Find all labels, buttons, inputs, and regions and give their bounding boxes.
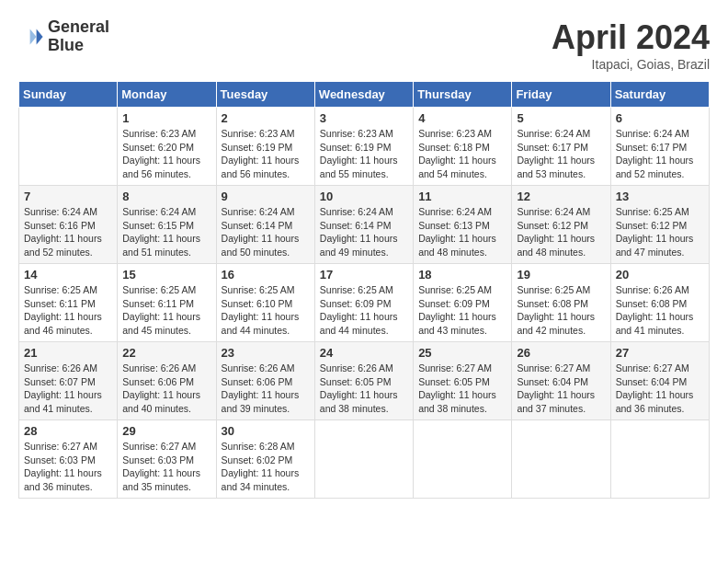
weekday-header-row: SundayMondayTuesdayWednesdayThursdayFrid… (19, 82, 710, 108)
day-number: 10 (320, 190, 408, 203)
calendar-cell (314, 420, 413, 499)
calendar-cell: 3Sunrise: 6:23 AMSunset: 6:19 PMDaylight… (314, 108, 413, 186)
calendar-cell: 2Sunrise: 6:23 AMSunset: 6:19 PMDaylight… (216, 108, 314, 186)
svg-marker-1 (30, 29, 37, 44)
logo-icon (18, 24, 44, 50)
day-number: 23 (222, 346, 310, 360)
week-row-4: 21Sunrise: 6:26 AMSunset: 6:07 PMDayligh… (19, 342, 710, 420)
page-header: General Blue April 2024 Itapaci, Goias, … (18, 18, 710, 72)
day-info: Sunrise: 6:26 AMSunset: 6:07 PMDaylight:… (24, 362, 112, 416)
day-number: 15 (122, 268, 210, 282)
title-block: April 2024 Itapaci, Goias, Brazil (552, 18, 710, 72)
day-info: Sunrise: 6:24 AMSunset: 6:13 PMDaylight:… (418, 205, 506, 259)
weekday-header-tuesday: Tuesday (216, 82, 314, 108)
calendar-cell: 9Sunrise: 6:24 AMSunset: 6:14 PMDaylight… (216, 186, 314, 264)
week-row-1: 1Sunrise: 6:23 AMSunset: 6:20 PMDaylight… (19, 108, 710, 186)
day-number: 18 (418, 268, 506, 282)
week-row-5: 28Sunrise: 6:27 AMSunset: 6:03 PMDayligh… (19, 420, 710, 499)
calendar-cell: 6Sunrise: 6:24 AMSunset: 6:17 PMDaylight… (610, 108, 709, 186)
day-number: 28 (24, 424, 112, 438)
day-number: 9 (222, 190, 310, 203)
week-row-2: 7Sunrise: 6:24 AMSunset: 6:16 PMDaylight… (19, 186, 710, 264)
day-info: Sunrise: 6:24 AMSunset: 6:17 PMDaylight:… (517, 127, 605, 181)
calendar-cell: 1Sunrise: 6:23 AMSunset: 6:20 PMDaylight… (118, 108, 216, 186)
calendar-cell: 27Sunrise: 6:27 AMSunset: 6:04 PMDayligh… (610, 342, 709, 420)
day-number: 25 (418, 346, 506, 360)
calendar-cell: 28Sunrise: 6:27 AMSunset: 6:03 PMDayligh… (19, 420, 118, 499)
calendar-cell: 20Sunrise: 6:26 AMSunset: 6:08 PMDayligh… (610, 264, 709, 342)
calendar-cell: 19Sunrise: 6:25 AMSunset: 6:08 PMDayligh… (512, 264, 610, 342)
calendar-cell (414, 420, 512, 499)
logo-line1: General (48, 18, 109, 37)
day-number: 4 (418, 111, 506, 125)
day-info: Sunrise: 6:24 AMSunset: 6:14 PMDaylight:… (222, 205, 310, 259)
weekday-header-friday: Friday (512, 82, 610, 108)
calendar-table: SundayMondayTuesdayWednesdayThursdayFrid… (18, 81, 710, 499)
logo-line2: Blue (48, 37, 109, 55)
calendar-cell: 23Sunrise: 6:26 AMSunset: 6:06 PMDayligh… (216, 342, 314, 420)
day-info: Sunrise: 6:24 AMSunset: 6:16 PMDaylight:… (24, 205, 112, 259)
day-info: Sunrise: 6:24 AMSunset: 6:12 PMDaylight:… (517, 205, 605, 259)
day-info: Sunrise: 6:24 AMSunset: 6:15 PMDaylight:… (122, 205, 210, 259)
day-info: Sunrise: 6:28 AMSunset: 6:02 PMDaylight:… (222, 440, 310, 494)
calendar-cell: 15Sunrise: 6:25 AMSunset: 6:11 PMDayligh… (118, 264, 216, 342)
day-info: Sunrise: 6:25 AMSunset: 6:08 PMDaylight:… (517, 283, 605, 338)
weekday-header-saturday: Saturday (610, 82, 709, 108)
calendar-cell: 11Sunrise: 6:24 AMSunset: 6:13 PMDayligh… (414, 186, 512, 264)
weekday-header-sunday: Sunday (19, 82, 118, 108)
day-number: 1 (122, 111, 210, 125)
calendar-cell: 12Sunrise: 6:24 AMSunset: 6:12 PMDayligh… (512, 186, 610, 264)
calendar-cell (610, 420, 709, 499)
day-info: Sunrise: 6:23 AMSunset: 6:20 PMDaylight:… (122, 127, 210, 181)
calendar-cell: 5Sunrise: 6:24 AMSunset: 6:17 PMDaylight… (512, 108, 610, 186)
calendar-cell: 10Sunrise: 6:24 AMSunset: 6:14 PMDayligh… (314, 186, 413, 264)
location: Itapaci, Goias, Brazil (552, 57, 710, 72)
weekday-header-wednesday: Wednesday (314, 82, 413, 108)
day-number: 22 (122, 346, 210, 360)
day-info: Sunrise: 6:26 AMSunset: 6:08 PMDaylight:… (616, 283, 704, 338)
day-number: 27 (616, 346, 704, 360)
day-info: Sunrise: 6:27 AMSunset: 6:03 PMDaylight:… (24, 440, 112, 494)
day-info: Sunrise: 6:27 AMSunset: 6:04 PMDaylight:… (616, 362, 704, 416)
week-row-3: 14Sunrise: 6:25 AMSunset: 6:11 PMDayligh… (19, 264, 710, 342)
day-number: 12 (517, 190, 605, 203)
day-info: Sunrise: 6:25 AMSunset: 6:11 PMDaylight:… (122, 283, 210, 338)
calendar-cell: 18Sunrise: 6:25 AMSunset: 6:09 PMDayligh… (414, 264, 512, 342)
day-number: 26 (517, 346, 605, 360)
day-info: Sunrise: 6:25 AMSunset: 6:12 PMDaylight:… (616, 205, 704, 259)
calendar-cell: 16Sunrise: 6:25 AMSunset: 6:10 PMDayligh… (216, 264, 314, 342)
day-number: 7 (24, 190, 112, 203)
day-number: 29 (122, 424, 210, 438)
day-number: 8 (122, 190, 210, 203)
day-info: Sunrise: 6:24 AMSunset: 6:14 PMDaylight:… (320, 205, 408, 259)
day-info: Sunrise: 6:25 AMSunset: 6:09 PMDaylight:… (418, 283, 506, 338)
day-number: 16 (222, 268, 310, 282)
day-info: Sunrise: 6:26 AMSunset: 6:06 PMDaylight:… (122, 362, 210, 416)
calendar-body: 1Sunrise: 6:23 AMSunset: 6:20 PMDaylight… (19, 108, 710, 499)
day-number: 2 (222, 111, 310, 125)
day-info: Sunrise: 6:27 AMSunset: 6:05 PMDaylight:… (418, 362, 506, 416)
month-title: April 2024 (552, 18, 710, 57)
day-number: 5 (517, 111, 605, 125)
calendar-cell: 22Sunrise: 6:26 AMSunset: 6:06 PMDayligh… (118, 342, 216, 420)
day-number: 13 (616, 190, 704, 203)
day-info: Sunrise: 6:26 AMSunset: 6:06 PMDaylight:… (222, 362, 310, 416)
calendar-cell: 25Sunrise: 6:27 AMSunset: 6:05 PMDayligh… (414, 342, 512, 420)
day-info: Sunrise: 6:25 AMSunset: 6:11 PMDaylight:… (24, 283, 112, 338)
day-number: 14 (24, 268, 112, 282)
weekday-header-thursday: Thursday (414, 82, 512, 108)
day-number: 6 (616, 111, 704, 125)
calendar-cell: 26Sunrise: 6:27 AMSunset: 6:04 PMDayligh… (512, 342, 610, 420)
calendar-cell: 7Sunrise: 6:24 AMSunset: 6:16 PMDaylight… (19, 186, 118, 264)
day-info: Sunrise: 6:27 AMSunset: 6:04 PMDaylight:… (517, 362, 605, 416)
day-number: 20 (616, 268, 704, 282)
day-number: 19 (517, 268, 605, 282)
day-number: 24 (320, 346, 408, 360)
calendar-cell: 8Sunrise: 6:24 AMSunset: 6:15 PMDaylight… (118, 186, 216, 264)
logo-text: General Blue (48, 18, 109, 55)
day-info: Sunrise: 6:25 AMSunset: 6:09 PMDaylight:… (320, 283, 408, 338)
day-info: Sunrise: 6:25 AMSunset: 6:10 PMDaylight:… (222, 283, 310, 338)
calendar-cell: 4Sunrise: 6:23 AMSunset: 6:18 PMDaylight… (414, 108, 512, 186)
svg-marker-0 (37, 29, 43, 44)
calendar-cell: 14Sunrise: 6:25 AMSunset: 6:11 PMDayligh… (19, 264, 118, 342)
